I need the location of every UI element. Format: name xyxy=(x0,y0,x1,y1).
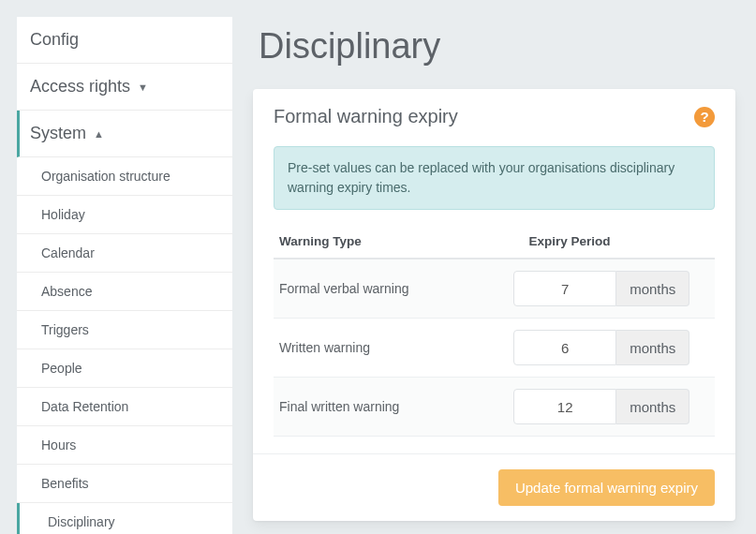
sidebar: Config Access rights ▼ System ▲ Organisa… xyxy=(17,17,232,534)
nav-config[interactable]: Config xyxy=(17,17,232,64)
sidebar-item-disciplinary[interactable]: Disciplinary xyxy=(17,503,232,534)
info-box: Pre-set values can be replaced with your… xyxy=(274,146,715,210)
unit-label: months xyxy=(616,389,689,424)
table-row: Formal verbal warning months xyxy=(274,260,715,319)
page-title: Disciplinary xyxy=(259,26,735,67)
expiry-table: Warning Type Expiry Period Formal verbal… xyxy=(253,223,735,453)
sidebar-item-benefits[interactable]: Benefits xyxy=(17,465,232,503)
help-icon[interactable]: ? xyxy=(694,107,715,127)
unit-label: months xyxy=(616,330,689,365)
warning-expiry-card: Formal warning expiry ? Pre-set values c… xyxy=(253,89,735,521)
nav-access-rights[interactable]: Access rights ▼ xyxy=(17,64,232,111)
card-header: Formal warning expiry ? xyxy=(253,89,735,141)
nav-system-label: System xyxy=(30,124,86,143)
col-warning-type: Warning Type xyxy=(279,234,460,248)
expiry-input-final-written[interactable] xyxy=(513,389,616,424)
expiry-input-formal-verbal[interactable] xyxy=(513,271,616,306)
nav-access-label: Access rights xyxy=(30,77,130,96)
sidebar-item-organisation-structure[interactable]: Organisation structure xyxy=(17,157,232,196)
expiry-input-written[interactable] xyxy=(513,330,616,365)
sidebar-item-people[interactable]: People xyxy=(17,349,232,388)
sidebar-item-holiday[interactable]: Holiday xyxy=(17,196,232,234)
table-row: Final written warning months xyxy=(274,378,715,437)
row-type-1: Written warning xyxy=(279,340,495,355)
row-period-2: months xyxy=(495,389,710,424)
sidebar-item-triggers[interactable]: Triggers xyxy=(17,311,232,349)
sidebar-item-calendar[interactable]: Calendar xyxy=(17,234,232,273)
row-type-2: Final written warning xyxy=(279,399,495,414)
sidebar-item-absence[interactable]: Absence xyxy=(17,273,232,311)
caret-down-icon: ▼ xyxy=(138,82,148,93)
row-period-0: months xyxy=(495,271,710,306)
main-content: Disciplinary Formal warning expiry ? Pre… xyxy=(232,0,756,534)
nav-system[interactable]: System ▲ xyxy=(17,111,232,157)
nav-config-label: Config xyxy=(30,30,79,50)
caret-up-icon: ▲ xyxy=(94,128,104,140)
row-type-0: Formal verbal warning xyxy=(279,281,495,296)
card-title: Formal warning expiry xyxy=(274,106,458,127)
sidebar-item-hours[interactable]: Hours xyxy=(17,426,232,465)
table-header: Warning Type Expiry Period xyxy=(274,223,715,260)
col-expiry-period: Expiry Period xyxy=(460,234,710,248)
sidebar-item-data-retention[interactable]: Data Retention xyxy=(17,388,232,426)
card-footer: Update formal warning expiry xyxy=(253,453,735,521)
row-period-1: months xyxy=(495,330,710,365)
unit-label: months xyxy=(616,271,689,306)
table-row: Written warning months xyxy=(274,319,715,378)
update-warning-expiry-button[interactable]: Update formal warning expiry xyxy=(498,469,715,506)
